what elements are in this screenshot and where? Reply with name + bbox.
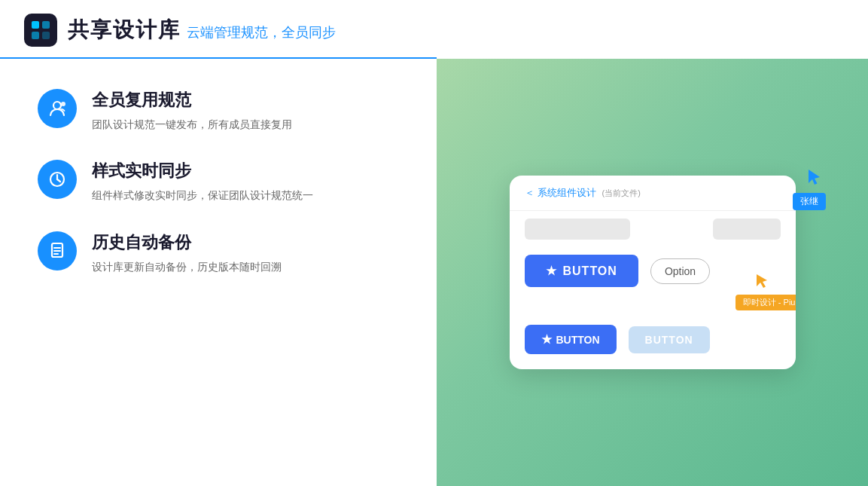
main-layout: 全员复用规范 团队设计规范一键发布，所有成员直接复用 样式实时同步 组件样式修改… xyxy=(0,59,868,486)
feature-backup: 历史自动备份 设计库更新自动备份，历史版本随时回溯 xyxy=(38,231,399,275)
primary-button[interactable]: ★ BUTTON xyxy=(525,255,638,287)
card-subtitle: (当前文件) xyxy=(602,188,641,199)
avatar-placeholder-1 xyxy=(525,219,630,240)
feature-reuse-title: 全员复用规范 xyxy=(92,89,292,112)
svg-point-4 xyxy=(53,102,61,109)
disabled-button-label: BUTTON xyxy=(645,334,693,346)
disabled-button: BUTTON xyxy=(629,326,710,353)
star-icon: ★ xyxy=(546,264,557,278)
feature-backup-text: 历史自动备份 设计库更新自动备份，历史版本随时回溯 xyxy=(92,231,282,275)
svg-rect-2 xyxy=(32,32,39,39)
tooltip-orange: 即时设计 - Piu xyxy=(736,295,796,310)
option-button[interactable]: Option xyxy=(650,258,710,284)
svg-rect-1 xyxy=(42,21,50,29)
feature-reuse-desc: 团队设计规范一键发布，所有成员直接复用 xyxy=(92,116,292,133)
app-subtitle: 云端管理规范，全员同步 xyxy=(187,23,336,41)
feature-sync-desc: 组件样式修改实时同步，保证团队设计规范统一 xyxy=(92,187,313,203)
cursor-zhang-overlay: 张继 xyxy=(793,168,826,210)
left-panel: 全员复用规范 团队设计规范一键发布，所有成员直接复用 样式实时同步 组件样式修改… xyxy=(0,59,437,486)
back-button[interactable]: ＜ 系统组件设计 xyxy=(525,186,596,200)
right-panel: ＜ 系统组件设计 (当前文件) ★ BUTTON xyxy=(437,59,868,486)
card-header: ＜ 系统组件设计 (当前文件) xyxy=(510,176,796,211)
zhang-cursor-arrow xyxy=(805,168,821,191)
buttons-row-bottom: ★ BUTTON BUTTON xyxy=(525,325,781,354)
option-button-label: Option xyxy=(665,265,696,277)
avatar-row xyxy=(510,211,796,244)
feature-sync-text: 样式实时同步 组件样式修改实时同步，保证团队设计规范统一 xyxy=(92,160,313,203)
back-chevron: ＜ xyxy=(525,186,535,200)
feature-backup-desc: 设计库更新自动备份，历史版本随时回溯 xyxy=(92,258,282,275)
feature-reuse-icon xyxy=(38,89,77,128)
card-body: ★ BUTTON Option xyxy=(510,244,796,369)
avatar-placeholder-2 xyxy=(713,219,781,240)
svg-marker-13 xyxy=(757,274,767,288)
secondary-primary-label: BUTTON xyxy=(556,334,600,346)
header: 共享设计库 云端管理规范，全员同步 xyxy=(0,0,437,59)
feature-backup-title: 历史自动备份 xyxy=(92,231,282,254)
logo-icon xyxy=(24,14,57,47)
svg-line-8 xyxy=(57,179,60,182)
svg-point-5 xyxy=(61,102,65,106)
feature-reuse: 全员复用规范 团队设计规范一键发布，所有成员直接复用 xyxy=(38,89,399,133)
svg-rect-0 xyxy=(32,21,39,29)
card-title: 系统组件设计 xyxy=(538,186,596,200)
app-title: 共享设计库 xyxy=(68,16,181,44)
secondary-primary-button[interactable]: ★ BUTTON xyxy=(525,325,617,354)
feature-backup-icon xyxy=(38,231,77,271)
svg-rect-3 xyxy=(42,32,50,39)
tag-zhang: 张继 xyxy=(793,193,826,210)
feature-sync-title: 样式实时同步 xyxy=(92,160,313,182)
feature-reuse-text: 全员复用规范 团队设计规范一键发布，所有成员直接复用 xyxy=(92,89,292,133)
cursor-orange-overlay: 即时设计 - Piu xyxy=(736,273,796,310)
orange-cursor-arrow xyxy=(754,273,770,292)
star-icon-2: ★ xyxy=(541,332,552,347)
ui-demo-card: ＜ 系统组件设计 (当前文件) ★ BUTTON xyxy=(510,176,796,369)
primary-button-label: BUTTON xyxy=(563,264,617,278)
feature-sync-icon xyxy=(38,160,77,199)
svg-marker-15 xyxy=(809,170,820,185)
feature-sync: 样式实时同步 组件样式修改实时同步，保证团队设计规范统一 xyxy=(38,160,399,203)
